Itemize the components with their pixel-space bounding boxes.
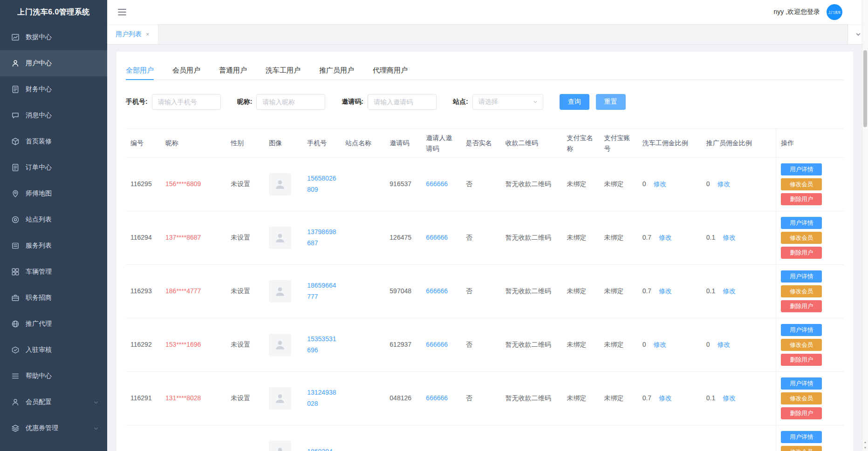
site-select[interactable]: 请选择 xyxy=(472,94,543,110)
inviter-code-link[interactable]: 666666 xyxy=(426,180,448,188)
actions-cell: 用户详情 修改会员 删除用户 xyxy=(776,211,844,265)
sidebar-item-entry-review[interactable]: 入驻审核 xyxy=(0,337,107,363)
reset-button[interactable]: 重置 xyxy=(596,94,626,110)
tab-promoter-users[interactable]: 推广员用户 xyxy=(319,61,354,80)
scrollbar-thumb[interactable] xyxy=(863,50,867,127)
coupon-icon xyxy=(11,424,20,432)
modify-washer-ratio-link[interactable]: 修改 xyxy=(659,393,672,404)
sidebar-item-user-center[interactable]: 用户中心 xyxy=(0,50,107,76)
phone-input[interactable] xyxy=(152,94,221,110)
close-icon[interactable]: × xyxy=(146,31,150,38)
tab-washer-users[interactable]: 洗车工用户 xyxy=(266,61,301,80)
inviter-code-link[interactable]: 666666 xyxy=(426,234,448,241)
modify-member-button[interactable]: 修改会员 xyxy=(781,446,822,451)
tab-member-users[interactable]: 会员用户 xyxy=(172,61,200,80)
modify-washer-ratio-link[interactable]: 修改 xyxy=(653,339,666,350)
sidebar-item-label: 师傅地图 xyxy=(26,189,52,198)
inviter-code-link[interactable]: 666666 xyxy=(426,394,448,402)
sidebar-item-label: 财务中心 xyxy=(26,85,52,94)
nickname-cell: 137****8687 xyxy=(161,211,226,265)
tab-user-list[interactable]: 用户列表 × xyxy=(107,24,158,44)
app-title: 上门洗车6.0管理系统 xyxy=(0,0,107,24)
user-table-body: 116295 156****6809 未设置 15658026809 91653… xyxy=(126,158,844,451)
tab-agent-users[interactable]: 代理商用户 xyxy=(373,61,408,80)
user-detail-button[interactable]: 用户详情 xyxy=(781,431,822,443)
modify-washer-ratio-link[interactable]: 修改 xyxy=(659,286,672,297)
search-button[interactable]: 查询 xyxy=(560,94,589,110)
sidebar-item-site-list[interactable]: 站点列表 xyxy=(0,207,107,233)
nickname-text: 186****4777 xyxy=(165,287,201,295)
table-row: 116291 131****8028 未设置 13124938028 04812… xyxy=(126,372,844,425)
sidebar-item-master-map[interactable]: 师傅地图 xyxy=(0,181,107,207)
sidebar-item-home-decoration[interactable]: 首页装修 xyxy=(0,128,107,155)
tags-bar: 用户列表 × xyxy=(107,24,868,45)
modify-member-button[interactable]: 修改会员 xyxy=(781,392,822,404)
user-avatar[interactable]: 上门洗车 xyxy=(827,4,842,20)
inviter-code-link[interactable]: 666666 xyxy=(426,341,448,348)
invite-code-cell xyxy=(385,425,421,451)
modify-promoter-ratio-link[interactable]: 修改 xyxy=(723,393,736,404)
inviter-code-link[interactable]: 666666 xyxy=(426,287,448,295)
sidebar-item-coupon-management[interactable]: 优惠券管理 xyxy=(0,415,107,441)
sidebar-item-finance-center[interactable]: 财务中心 xyxy=(0,76,107,102)
help-icon xyxy=(11,372,20,380)
inviter-code-cell: 666666 xyxy=(421,211,461,265)
modify-promoter-ratio-link[interactable]: 修改 xyxy=(718,179,731,190)
phone-link[interactable]: 18659664777 xyxy=(307,280,337,303)
service-list-icon xyxy=(11,242,20,250)
delete-user-button[interactable]: 删除用户 xyxy=(781,247,822,259)
sidebar-item-data-center[interactable]: 数据中心 xyxy=(0,24,107,50)
delete-user-button[interactable]: 删除用户 xyxy=(781,354,822,366)
user-detail-button[interactable]: 用户详情 xyxy=(781,217,822,229)
user-detail-button[interactable]: 用户详情 xyxy=(781,377,822,390)
column-header-nickname: 昵称 xyxy=(161,129,226,158)
scrollbar[interactable]: ▲ ▼ xyxy=(862,0,868,451)
modify-promoter-ratio-link[interactable]: 修改 xyxy=(723,232,736,243)
modify-member-button[interactable]: 修改会员 xyxy=(781,339,822,351)
real-name-cell: 否 xyxy=(461,318,500,372)
sidebar-item-vehicle-management[interactable]: 车辆管理 xyxy=(0,259,107,285)
tab-normal-users[interactable]: 普通用户 xyxy=(219,61,247,80)
user-detail-button[interactable]: 用户详情 xyxy=(781,324,822,336)
delete-user-button[interactable]: 删除用户 xyxy=(781,193,822,205)
delete-user-button[interactable]: 删除用户 xyxy=(781,407,822,419)
modify-washer-ratio-link[interactable]: 修改 xyxy=(653,179,666,190)
modify-promoter-ratio-link[interactable]: 修改 xyxy=(723,286,736,297)
phone-link[interactable]: 15658026809 xyxy=(307,173,337,195)
alipay-name-cell: 未绑定 xyxy=(562,372,600,425)
user-detail-button[interactable]: 用户详情 xyxy=(781,270,822,283)
sidebar-item-label: 帮助中心 xyxy=(26,372,52,380)
delete-user-button[interactable]: 删除用户 xyxy=(781,300,822,312)
alipay-name-cell: 未绑定 xyxy=(562,265,600,318)
nickname-input[interactable] xyxy=(256,94,325,110)
modify-member-button[interactable]: 修改会员 xyxy=(781,232,822,244)
user-detail-button[interactable]: 用户详情 xyxy=(781,163,822,175)
column-header-real-name: 是否实名 xyxy=(461,129,500,158)
scrollbar-up-icon[interactable]: ▲ xyxy=(862,439,868,445)
modify-member-button[interactable]: 修改会员 xyxy=(781,178,822,190)
modify-washer-ratio-link[interactable]: 修改 xyxy=(659,232,672,243)
sidebar-item-promotion-agent[interactable]: 推广代理 xyxy=(0,311,107,337)
sidebar-item-help-center[interactable]: 帮助中心 xyxy=(0,363,107,389)
phone-link[interactable]: 13798698687 xyxy=(307,227,337,249)
washer-ratio-cell: 修改 xyxy=(638,425,702,451)
modify-member-button[interactable]: 修改会员 xyxy=(781,285,822,297)
washer-ratio-value: 0.7 xyxy=(642,232,651,243)
tab-all-users[interactable]: 全部用户 xyxy=(126,61,154,80)
phone-link[interactable]: 13124938028 xyxy=(307,387,337,410)
phone-link[interactable]: 15353531696 xyxy=(307,334,337,356)
sidebar-item-order-center[interactable]: 订单中心 xyxy=(0,155,107,181)
real-name-cell: 否 xyxy=(461,265,500,318)
sidebar-item-job-recruitment[interactable]: 职务招商 xyxy=(0,285,107,311)
vehicle-icon xyxy=(11,268,20,276)
sidebar-item-member-config[interactable]: 会员配置 xyxy=(0,389,107,415)
scrollbar-down-icon[interactable]: ▼ xyxy=(862,445,868,451)
modify-promoter-ratio-link[interactable]: 修改 xyxy=(718,339,731,350)
washer-ratio-value: 0 xyxy=(642,179,646,190)
sidebar-item-message-center[interactable]: 消息中心 xyxy=(0,102,107,128)
phone-link[interactable]: 1860204 xyxy=(307,446,337,451)
sidebar-item-service-list[interactable]: 服务列表 xyxy=(0,233,107,259)
invite-code-input[interactable] xyxy=(368,94,437,110)
column-header-inviter-code: 邀请人邀请码 xyxy=(421,129,461,158)
hamburger-icon[interactable] xyxy=(117,7,127,17)
